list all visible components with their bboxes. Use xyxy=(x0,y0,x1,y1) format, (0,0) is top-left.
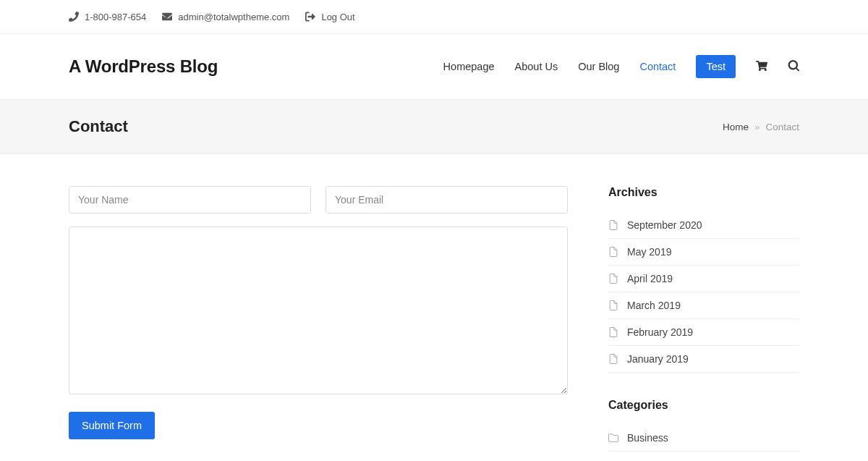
topbar-logout-text: Log Out xyxy=(321,12,354,22)
logout-icon xyxy=(305,12,315,22)
phone-icon xyxy=(69,12,79,22)
nav-contact[interactable]: Contact xyxy=(639,61,676,72)
nav-homepage[interactable]: Homepage xyxy=(443,61,495,72)
header: A WordPress Blog Homepage About Us Our B… xyxy=(0,34,868,100)
widget-archives: Archives September 2020 May 2019 April 2… xyxy=(608,186,799,373)
breadcrumb-current: Contact xyxy=(765,122,799,132)
archive-label: March 2019 xyxy=(627,300,681,311)
site-title[interactable]: A WordPress Blog xyxy=(69,56,218,77)
archive-link[interactable]: February 2019 xyxy=(608,319,799,345)
list-item: March 2019 xyxy=(608,292,799,319)
archive-link[interactable]: May 2019 xyxy=(608,239,799,265)
cart-icon xyxy=(756,60,767,72)
content: Submit Form xyxy=(69,186,568,439)
name-input[interactable] xyxy=(69,186,311,213)
search-icon xyxy=(788,60,799,72)
archive-label: January 2019 xyxy=(627,353,689,365)
list-item: Business xyxy=(608,425,799,452)
breadcrumb-home[interactable]: Home xyxy=(723,122,749,132)
breadcrumb: Home » Contact xyxy=(723,122,799,132)
archive-link[interactable]: April 2019 xyxy=(608,266,799,292)
topbar-phone[interactable]: 1-800-987-654 xyxy=(69,12,146,22)
categories-list: Business xyxy=(608,425,799,452)
file-icon xyxy=(608,220,618,230)
nav-test-button[interactable]: Test xyxy=(696,55,736,78)
nav-about-us[interactable]: About Us xyxy=(515,61,558,72)
list-item: February 2019 xyxy=(608,319,799,346)
topbar-email-text: admin@totalwptheme.com xyxy=(178,12,289,22)
nav-our-blog[interactable]: Our Blog xyxy=(578,61,619,72)
list-item: May 2019 xyxy=(608,239,799,266)
sidebar: Archives September 2020 May 2019 April 2… xyxy=(608,186,799,461)
topbar-logout[interactable]: Log Out xyxy=(305,12,354,22)
breadcrumb-separator: » xyxy=(754,122,760,132)
archive-link[interactable]: September 2020 xyxy=(608,212,799,238)
nav-cart[interactable] xyxy=(756,60,767,74)
file-icon xyxy=(608,247,618,257)
list-item: September 2020 xyxy=(608,212,799,239)
main-nav: Homepage About Us Our Blog Contact Test xyxy=(443,55,799,78)
archives-title: Archives xyxy=(608,186,799,199)
folder-icon xyxy=(608,433,618,443)
email-input[interactable] xyxy=(326,186,568,213)
list-item: April 2019 xyxy=(608,266,799,292)
archive-label: May 2019 xyxy=(627,246,671,258)
envelope-icon xyxy=(162,12,172,22)
archives-list: September 2020 May 2019 April 2019 March… xyxy=(608,212,799,373)
categories-title: Categories xyxy=(608,399,799,412)
page-header: Contact Home » Contact xyxy=(0,100,868,154)
topbar: 1-800-987-654 admin@totalwptheme.com Log… xyxy=(0,0,868,34)
archive-label: February 2019 xyxy=(627,326,693,338)
widget-categories: Categories Business xyxy=(608,399,799,452)
category-link[interactable]: Business xyxy=(608,425,799,451)
topbar-email[interactable]: admin@totalwptheme.com xyxy=(162,12,289,22)
message-textarea[interactable] xyxy=(69,227,568,394)
main: Submit Form Archives September 2020 May … xyxy=(0,154,868,461)
file-icon xyxy=(608,327,618,337)
file-icon xyxy=(608,354,618,364)
list-item: January 2019 xyxy=(608,346,799,373)
archive-link[interactable]: March 2019 xyxy=(608,292,799,318)
file-icon xyxy=(608,300,618,310)
file-icon xyxy=(608,274,618,284)
nav-search[interactable] xyxy=(788,60,799,74)
category-label: Business xyxy=(627,432,668,444)
topbar-phone-text: 1-800-987-654 xyxy=(85,12,146,22)
submit-button[interactable]: Submit Form xyxy=(69,412,155,439)
archive-link[interactable]: January 2019 xyxy=(608,346,799,372)
archive-label: April 2019 xyxy=(627,273,673,284)
page-title: Contact xyxy=(69,117,128,136)
archive-label: September 2020 xyxy=(627,219,702,231)
